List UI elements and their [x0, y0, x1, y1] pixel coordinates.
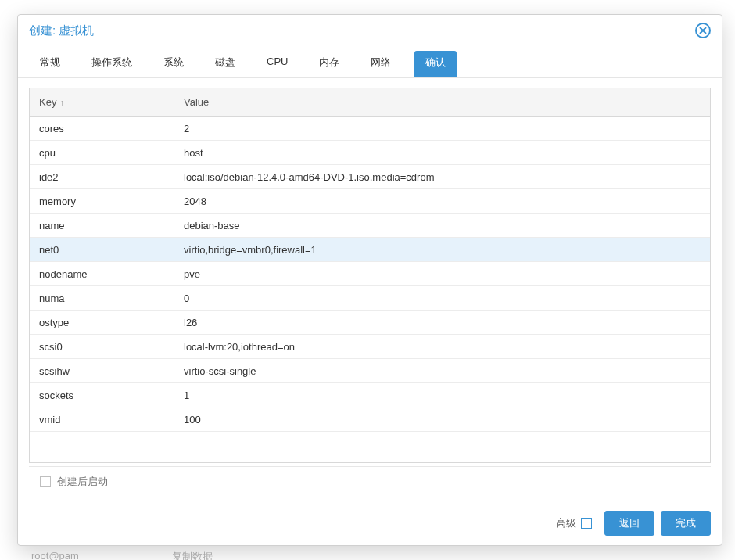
row-value: local-lvm:20,iothread=on	[174, 336, 710, 358]
row-value: pve	[174, 263, 710, 285]
table-row[interactable]: cores2	[30, 117, 710, 141]
table-row[interactable]: nodenamepve	[30, 262, 710, 286]
grid-body: cores2cpuhostide2local:iso/debian-12.4.0…	[30, 117, 710, 462]
row-value: 2048	[174, 190, 710, 213]
close-button[interactable]	[695, 23, 711, 38]
tab-4[interactable]: CPU	[259, 51, 296, 77]
row-key: nodename	[30, 263, 174, 285]
row-key: cores	[30, 117, 174, 140]
checkbox-box	[40, 476, 51, 487]
value-header-label: Value	[184, 96, 209, 108]
row-key: name	[30, 214, 174, 237]
tab-6[interactable]: 网络	[363, 51, 399, 77]
table-row[interactable]: net0virtio,bridge=vmbr0,firewall=1	[30, 238, 710, 262]
row-key: scsi0	[30, 336, 174, 358]
row-key: sockets	[30, 384, 174, 407]
row-key: memory	[30, 190, 174, 213]
row-key: cpu	[30, 142, 174, 164]
table-row[interactable]: vmid100	[30, 407, 710, 432]
row-value: 0	[174, 287, 710, 310]
finish-button[interactable]: 完成	[661, 511, 711, 536]
key-header-label: Key	[39, 96, 56, 108]
table-row[interactable]: scsihwvirtio-scsi-single	[30, 359, 710, 383]
row-key: scsihw	[30, 360, 174, 382]
table-row[interactable]: memory2048	[30, 189, 710, 214]
dialog-footer: 高级 返回 完成	[18, 501, 722, 545]
checkbox-label: 创建后启动	[57, 475, 108, 489]
row-key: vmid	[30, 408, 174, 431]
dialog-title: 创建: 虚拟机	[29, 23, 94, 38]
row-value: 2	[174, 117, 710, 140]
table-row[interactable]: scsi0local-lvm:20,iothread=on	[30, 335, 710, 359]
sort-asc-icon: ↑	[59, 98, 64, 107]
row-value: l26	[174, 311, 710, 334]
advanced-checkbox-box	[581, 518, 592, 529]
tab-5[interactable]: 内存	[311, 51, 347, 77]
create-vm-dialog: 创建: 虚拟机 常规操作系统系统磁盘CPU内存网络确认 Key ↑ Value …	[17, 14, 722, 546]
grid-header: Key ↑ Value	[30, 88, 710, 117]
row-key: ide2	[30, 166, 174, 188]
tab-2[interactable]: 系统	[156, 51, 192, 77]
table-row[interactable]: ide2local:iso/debian-12.4.0-amd64-DVD-1.…	[30, 165, 710, 189]
advanced-label: 高级	[556, 516, 576, 530]
advanced-toggle[interactable]: 高级	[556, 516, 592, 530]
table-row[interactable]: sockets1	[30, 383, 710, 407]
table-row[interactable]: cpuhost	[30, 141, 710, 165]
back-button[interactable]: 返回	[604, 511, 654, 536]
close-icon	[699, 27, 707, 34]
table-row[interactable]: namedebian-base	[30, 214, 710, 238]
row-key: numa	[30, 287, 174, 310]
dialog-header: 创建: 虚拟机	[18, 15, 722, 41]
row-value: host	[174, 142, 710, 164]
column-header-key[interactable]: Key ↑	[30, 88, 174, 116]
row-value: virtio,bridge=vmbr0,firewall=1	[174, 239, 710, 261]
row-key: ostype	[30, 311, 174, 334]
table-row[interactable]: ostypel26	[30, 311, 710, 335]
tab-7[interactable]: 确认	[414, 51, 457, 77]
summary-grid: Key ↑ Value cores2cpuhostide2local:iso/d…	[29, 88, 711, 463]
tab-1[interactable]: 操作系统	[84, 51, 140, 77]
dialog-content: Key ↑ Value cores2cpuhostide2local:iso/d…	[18, 78, 722, 501]
table-row[interactable]: numa0	[30, 286, 710, 311]
column-header-value[interactable]: Value	[174, 88, 710, 116]
options-row: 创建后启动	[29, 466, 711, 494]
row-value: 100	[174, 408, 710, 431]
row-value: debian-base	[174, 214, 710, 237]
wizard-tabs: 常规操作系统系统磁盘CPU内存网络确认	[18, 41, 722, 78]
tab-3[interactable]: 磁盘	[207, 51, 243, 77]
start-after-create-checkbox[interactable]: 创建后启动	[40, 475, 108, 489]
row-value: 1	[174, 384, 710, 407]
row-key: net0	[30, 239, 174, 261]
row-value: local:iso/debian-12.4.0-amd64-DVD-1.iso,…	[174, 166, 710, 188]
row-value: virtio-scsi-single	[174, 360, 710, 382]
tab-0[interactable]: 常规	[32, 51, 68, 77]
